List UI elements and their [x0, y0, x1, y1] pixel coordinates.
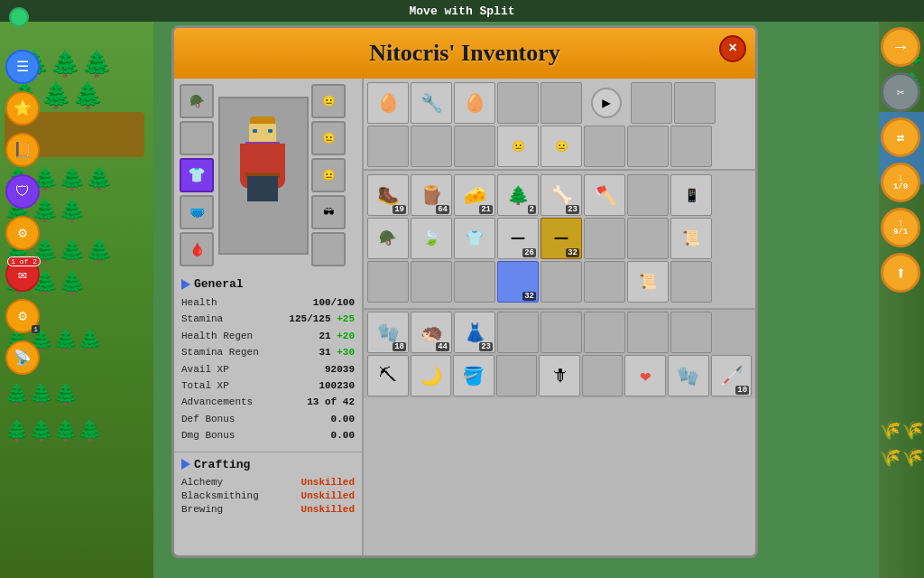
inv-cell-0-0[interactable]: 🥚 [367, 82, 409, 124]
green-status-circle [9, 7, 29, 27]
tool-cell-0[interactable]: ⛏ [367, 355, 409, 396]
inv-cell-0-1[interactable]: 🔧 [411, 82, 452, 124]
stats-title: General [194, 277, 244, 291]
main-cell-17[interactable] [411, 261, 452, 303]
equip-slot-chest[interactable]: 👕 [180, 158, 214, 192]
sidebar-icon-book[interactable]: 📙 [5, 133, 40, 167]
equip-slot-feet[interactable]: 🩸 [180, 232, 214, 266]
main-cell-5[interactable]: 🪓 [584, 174, 625, 216]
bottom-cell-4[interactable] [541, 312, 582, 353]
bottom-cell-3[interactable] [497, 312, 539, 353]
equip-slot-head[interactable]: 🪖 [180, 84, 214, 118]
tool-cell-3[interactable] [496, 355, 538, 396]
down-9-btn[interactable]: ↓1/9 [881, 163, 920, 202]
equip-slot-r5[interactable] [311, 232, 346, 266]
main-cell-22[interactable]: 📜 [627, 261, 669, 303]
bottom-cell-2[interactable]: 👗23 [454, 312, 495, 353]
crafting-header: Crafting [181, 458, 355, 471]
main-cell-13[interactable] [584, 218, 625, 259]
tools-btn[interactable]: ✂ [881, 72, 920, 112]
bottom-cell-1[interactable]: 🦔44 [411, 312, 452, 353]
main-cell-7[interactable]: 📱 [670, 174, 712, 216]
inv-row-1: 🥚 🔧 🥚 ▶ [367, 82, 752, 124]
hay-bales: 🌾🌾 [879, 419, 924, 442]
tool-cell-8[interactable]: 🦯10 [711, 355, 753, 396]
tool-cell-5[interactable] [582, 355, 624, 396]
modal-body: 🪖 👕 🩲 🩸 [174, 79, 755, 555]
sidebar-icon-settings[interactable]: ⚙ 1 [5, 299, 40, 333]
main-cell-23[interactable] [670, 261, 712, 303]
inventory-modal: Nitocris' Inventory × 🪖 👕 🩲 🩸 [171, 25, 758, 558]
equip-slot-legs[interactable]: 🩲 [180, 195, 214, 229]
sidebar-icon-shield[interactable]: 🛡 [5, 174, 40, 209]
tool-cell-1[interactable]: 🌙 [411, 355, 452, 396]
sidebar-icon-mail[interactable]: ✉ 1 of 2 [5, 257, 40, 292]
inv-cell-0-3[interactable] [497, 82, 539, 124]
stat-dmg-bonus: Dmg Bonus 0.00 [181, 429, 355, 443]
tool-cell-7[interactable]: 🧤 [668, 355, 709, 396]
inv-cell-1-0[interactable] [367, 126, 409, 167]
nav-arrow-button[interactable]: ▶ [591, 88, 622, 118]
equip-slot-r1[interactable]: 😐 [311, 84, 346, 118]
arrow-right-btn[interactable]: → [881, 27, 920, 67]
equip-slot-r3[interactable]: 😐 [311, 158, 346, 192]
main-cell-15[interactable]: 📜 [670, 218, 712, 259]
bottom-cell-0[interactable]: 🧤18 [367, 312, 409, 353]
main-cell-12[interactable]: ━━32 [541, 218, 582, 259]
inv-cell-0-4[interactable] [541, 82, 582, 124]
stat-health-regen: Health Regen 21 +20 [181, 330, 355, 343]
up-9-btn[interactable]: ↑9/1 [881, 208, 920, 247]
main-cell-1[interactable]: 🪵64 [411, 174, 452, 216]
main-cell-0[interactable]: 🥾19 [367, 174, 409, 216]
sidebar-icon-star[interactable]: ⭐ [5, 91, 40, 126]
main-inv-row-1: 🥾19 🪵64 🧀21 🌲2 🦴23 🪓 📱 [367, 174, 752, 216]
main-cell-6[interactable] [627, 174, 669, 216]
equip-slot-r2[interactable]: 😐 [311, 121, 346, 155]
tool-cell-4[interactable]: 🗡 [539, 355, 580, 396]
close-button[interactable]: × [719, 35, 746, 62]
equip-slot-r4[interactable]: 🕶 [311, 195, 346, 229]
main-cell-18[interactable] [454, 261, 495, 303]
main-cell-11[interactable]: ━━26 [497, 218, 539, 259]
main-cell-10[interactable]: 👕 [454, 218, 495, 259]
inventory-panel: 🥚 🔧 🥚 ▶ 😐 [364, 79, 755, 555]
stats-header: General [181, 277, 355, 291]
bottom-cell-6[interactable] [627, 312, 669, 353]
inv-cell-1-1[interactable] [411, 126, 452, 167]
equipment-grid: 🪖 👕 🩲 🩸 [174, 79, 362, 272]
bottom-cell-7[interactable] [670, 312, 712, 353]
sidebar-icon-menu[interactable]: ☰ [5, 50, 40, 84]
inv-cell-0-6[interactable] [631, 82, 672, 124]
move-btn[interactable]: ⬆ [881, 253, 920, 293]
main-cell-16[interactable] [367, 261, 409, 303]
tool-cell-6[interactable]: ❤ [624, 355, 666, 396]
main-cell-2[interactable]: 🧀21 [454, 174, 495, 216]
modal-title: Nitocris' Inventory [369, 40, 560, 67]
inv-cell-1-2[interactable] [454, 126, 495, 167]
crafting-triangle-icon [181, 459, 190, 470]
inv-cell-0-2[interactable]: 🥚 [454, 82, 495, 124]
sidebar-icon-gear[interactable]: ⚙ [5, 216, 40, 250]
inv-cell-1-7[interactable] [670, 126, 712, 167]
swap-btn[interactable]: ⇄ [881, 117, 920, 157]
equip-slot-neck[interactable] [180, 121, 214, 155]
inv-cell-1-6[interactable] [627, 126, 669, 167]
main-cell-3[interactable]: 🌲2 [497, 174, 539, 216]
top-bar-title: Move with Split [409, 5, 514, 18]
sidebar-icon-radio[interactable]: 📡 [5, 340, 40, 375]
top-inv-section: 🥚 🔧 🥚 ▶ 😐 [364, 79, 755, 171]
bottom-cell-5[interactable] [584, 312, 625, 353]
main-cell-14[interactable] [627, 218, 669, 259]
main-cell-19[interactable]: 32 [497, 261, 539, 303]
inv-cell-1-3[interactable]: 😐 [497, 126, 539, 167]
inv-cell-1-4[interactable]: 😐 [541, 126, 582, 167]
inv-cell-0-7[interactable] [674, 82, 716, 124]
main-inv-row-2: 🪖 🍃 👕 ━━26 ━━32 📜 [367, 218, 752, 259]
tool-cell-2[interactable]: 🪣 [453, 355, 494, 396]
main-cell-20[interactable] [541, 261, 582, 303]
main-cell-8[interactable]: 🪖 [367, 218, 409, 259]
main-cell-9[interactable]: 🍃 [411, 218, 452, 259]
main-cell-4[interactable]: 🦴23 [541, 174, 582, 216]
inv-cell-1-5[interactable] [584, 126, 625, 167]
main-cell-21[interactable] [584, 261, 625, 303]
